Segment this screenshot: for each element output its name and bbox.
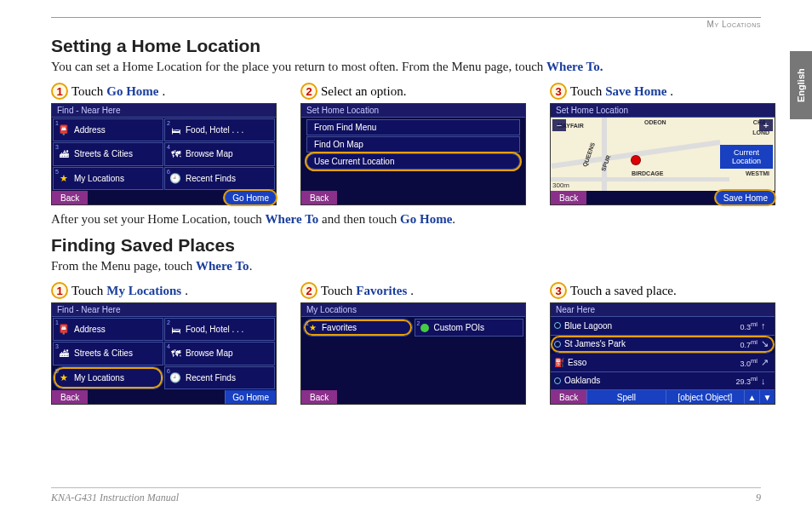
tile-browse-map[interactable]: 4🗺Browse Map [164,142,275,165]
distance: 0.7mi [741,338,758,349]
step1-post: . [163,84,166,99]
option-from-find-menu[interactable]: From Find Menu [306,119,520,135]
tile-address[interactable]: 1📮Address [53,118,163,141]
tile-streets[interactable]: 3🏙Streets & Cities [53,342,163,365]
step-2-label: 2 Select an option. [300,83,526,100]
tile-food-hotel[interactable]: 2🛏Food, Hotel . . . [164,118,275,141]
option-use-current-location[interactable]: Use Current Location [306,153,520,170]
bed-icon: 🛏 [169,124,182,136]
manual-page: My Locations English Setting a Home Loca… [0,0,812,518]
fuel-icon: ⛽ [554,358,564,367]
fav-label: Custom POIs [434,323,484,332]
poi-dot-icon [554,377,561,384]
map-icon: 🗺 [169,148,182,160]
step1-pre: Touch [71,84,103,99]
page-number: 9 [756,492,761,504]
tile-label: Address [74,125,106,135]
intro2-a: From the Menu page, touch [51,259,196,273]
ss-spacer [88,191,225,204]
spell-button[interactable]: Spell [586,390,665,404]
back-button[interactable]: Back [301,390,337,404]
back-button[interactable]: Back [301,191,337,204]
go-home-button[interactable]: Go Home [225,390,276,404]
ss-title: Find - Near Here [52,104,276,118]
ss-body: Blue Lagoon 0.3mi ↑ St James's Park 0.7m… [551,317,775,390]
tile-label: Address [74,325,106,334]
near-button[interactable]: [object Object] [666,390,744,404]
zoom-in-button[interactable]: + [759,119,773,131]
favorites-grid: 1★Favorites 2Custom POIs [301,317,525,338]
distance: 29.3mi [736,375,758,386]
clock-icon: 🕘 [169,371,182,383]
heading-finding-saved: Finding Saved Places [51,235,761,256]
ss-footer: Back Go Home [52,191,276,204]
buildings-icon: 🏙 [57,348,71,360]
section-header: My Locations [51,20,761,29]
ss-title: Set Home Location [551,104,775,118]
near-list: Blue Lagoon 0.3mi ↑ St James's Park 0.7m… [551,317,775,390]
tile-favorites[interactable]: 1★Favorites [303,319,413,337]
ss-title: Near Here [551,303,775,317]
down-arrow-icon[interactable]: ↓ [761,376,771,386]
tile-address[interactable]: 1📮Address [53,318,163,341]
option-find-on-map[interactable]: Find On Map [306,136,520,153]
poi-icon [420,324,429,332]
up-arrow-icon[interactable]: ↑ [761,320,771,331]
tile-my-locations[interactable]: 5★My Locations [53,167,163,190]
screenshot-find-near-here-1: Find - Near Here 1📮Address 2🛏Food, Hotel… [51,103,277,205]
ss-footer: Back Save Home [551,191,775,204]
link-go-home-2: Go Home [400,212,452,226]
link-save-home: Save Home [605,84,666,99]
ss-spacer [88,390,225,404]
tile-recent-finds[interactable]: 6🕘Recent Finds [164,366,275,389]
plus-icon: + [763,120,769,130]
ss-title: Set Home Location [301,104,525,118]
tile-label: Recent Finds [186,373,236,383]
mailbox-icon: 📮 [57,324,71,336]
ss-footer: Back [301,390,525,404]
tile-food-hotel[interactable]: 2🛏Food, Hotel . . . [164,318,275,341]
map-view[interactable]: MAYFAIR ODEON CHA LOND BIRDCAGE WESTMI Q… [551,118,775,191]
tile-grid: 1📮Address 2🛏Food, Hotel . . . 3🏙Streets … [52,317,276,390]
back-button[interactable]: Back [551,191,586,204]
list-item[interactable]: St James's Park 0.7mi ↘ [551,336,775,354]
step2-1-col: 1 Touch My Locations. Find - Near Here 1… [51,282,277,405]
manual-title: KNA-G431 Instruction Manual [51,492,179,504]
tile-browse-map[interactable]: 4🗺Browse Map [164,342,275,365]
zoom-out-button[interactable]: − [552,119,566,131]
back-button[interactable]: Back [52,191,88,204]
step-number-icon: 3 [550,83,567,100]
ss-footer: Back Go Home [52,390,276,404]
tile-custom-pois[interactable]: 2Custom POIs [415,319,524,337]
ss-body: 1📮Address 2🛏Food, Hotel . . . 3🏙Streets … [52,317,276,390]
tile-my-locations[interactable]: 5★My Locations [53,366,163,389]
current-location-button[interactable]: Current Location [720,145,773,169]
scroll-down-button[interactable]: ▼ [759,390,775,404]
place-name: Esso [568,358,586,367]
list-item[interactable]: Oaklands 29.3mi ↓ [551,372,775,391]
back-button[interactable]: Back [551,390,586,404]
save-home-button[interactable]: Save Home [716,191,775,204]
step2-2-label: 2 Touch Favorites. [300,282,526,299]
intro1-a: You can set a Home Location for the plac… [51,60,546,73]
poi-dot-icon [554,341,561,348]
scroll-up-button[interactable]: ▲ [744,390,759,404]
ss-title: My Locations [301,303,525,317]
screenshot-my-locations: My Locations 1★Favorites 2Custom POIs Ba… [300,302,526,405]
ss-body: From Find Menu Find On Map Use Current L… [301,118,525,191]
list-item[interactable]: ⛽ Esso 3.0mi ↗ [551,354,775,372]
go-home-button[interactable]: Go Home [225,191,276,204]
step-1-label: 1 Touch Go Home. [51,83,277,100]
s2s3-text: Touch a saved place. [570,284,677,298]
buildings-icon: 🏙 [57,148,71,160]
ss-footer: Back [301,191,525,204]
step-3-col: 3 Touch Save Home. Set Home Location MAY… [550,83,775,205]
page-footer: KNA-G431 Instruction Manual 9 [51,487,761,504]
steps-row-1: 1 Touch Go Home. Find - Near Here 1📮Addr… [51,83,761,205]
list-item[interactable]: Blue Lagoon 0.3mi ↑ [551,317,775,336]
map-road [551,177,729,181]
tile-streets[interactable]: 3🏙Streets & Cities [53,142,163,165]
back-button[interactable]: Back [52,390,88,404]
step-3-label: 3 Touch Save Home. [550,83,775,100]
tile-recent-finds[interactable]: 6🕘Recent Finds [164,167,275,190]
